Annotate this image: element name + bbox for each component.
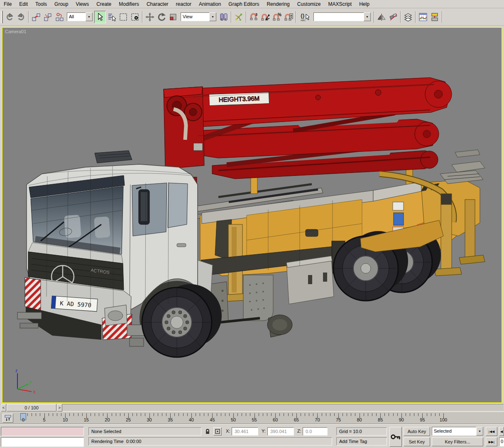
menu-tools[interactable]: Tools <box>32 0 51 8</box>
select-by-name-icon[interactable] <box>106 11 117 23</box>
prompt-line: Rendering Time 0:00:00 <box>88 437 332 446</box>
select-and-manipulate-icon[interactable] <box>233 11 245 23</box>
set-keys-button[interactable] <box>389 427 402 447</box>
toolbar-separator <box>400 11 401 23</box>
menu-help[interactable]: Help <box>355 0 373 8</box>
select-and-move-icon[interactable] <box>144 11 156 23</box>
ruler-minor-ticks <box>23 413 444 416</box>
key-mode-dropdown[interactable]: Selected ▼ <box>432 427 483 436</box>
snap-toggle-3d-icon[interactable]: 3 <box>248 11 259 23</box>
window-crossing-toggle-icon[interactable] <box>129 11 141 23</box>
menu-views[interactable]: Views <box>72 0 93 8</box>
select-and-scale-icon[interactable] <box>167 11 179 23</box>
undo-icon[interactable] <box>4 11 15 23</box>
svg-text:{}: {} <box>301 13 305 19</box>
toolbar-separator <box>28 11 29 23</box>
bind-to-space-warp-icon[interactable] <box>54 11 65 23</box>
status-bar: None Selected X: 30.461 Y: 390.041 Z: 0.… <box>0 424 504 448</box>
named-selection-value <box>313 12 364 21</box>
toolbar-separator <box>142 11 143 23</box>
z-coord-field[interactable]: 0.0 <box>303 427 328 436</box>
menu-reactor[interactable]: reactor <box>172 0 195 8</box>
selection-filter-dropdown[interactable]: All ▼ <box>67 12 93 21</box>
grid-setting: Grid = 10.0 <box>336 427 387 436</box>
edit-named-selection-sets-icon[interactable]: {}ABC <box>298 11 312 23</box>
truck-model[interactable]: HEIGHT3.96M <box>2 28 502 402</box>
menu-maxscript[interactable]: MAXScript <box>324 0 355 8</box>
go-to-start-button[interactable]: |◀◀ <box>486 427 497 436</box>
viewport-zone: Camera01 <box>0 26 504 403</box>
svg-text:3: 3 <box>255 12 257 17</box>
align-icon[interactable] <box>387 11 399 23</box>
track-bar: 0510152025303540455055606570758085909510… <box>0 412 504 424</box>
y-coord-label: Y: <box>262 429 266 433</box>
menu-group[interactable]: Group <box>51 0 72 8</box>
use-pivot-point-center-icon[interactable] <box>218 11 230 23</box>
previous-frame-button[interactable]: ◀ <box>499 427 504 436</box>
menu-edit[interactable]: Edit <box>15 0 32 8</box>
time-slider-prev-button[interactable]: < <box>1 404 6 411</box>
named-selection-dropdown[interactable]: ▼ <box>313 12 371 21</box>
key-mode-value: Selected <box>432 427 476 436</box>
track-bar-ruler[interactable]: 0510152025303540455055606570758085909510… <box>23 412 448 424</box>
toolbar-grip[interactable] <box>1 11 3 23</box>
y-coord-field[interactable]: 390.041 <box>267 427 294 436</box>
chevron-down-icon[interactable]: ▼ <box>476 427 483 436</box>
schematic-view-icon[interactable] <box>429 11 440 23</box>
angle-snap-icon[interactable] <box>259 11 271 23</box>
menu-graph-editors[interactable]: Graph Editors <box>225 0 263 8</box>
spinner-snap-icon[interactable] <box>283 11 294 23</box>
unlink-selection-icon[interactable] <box>42 11 54 23</box>
macro-recorder-pane[interactable] <box>1 427 84 436</box>
key-filters-button[interactable]: Key Filters... <box>432 437 483 446</box>
time-slider-next-button[interactable]: > <box>57 404 62 411</box>
menu-bar: File Edit Tools Group Views Create Modif… <box>0 0 504 8</box>
go-to-end-button[interactable]: ▶▶| <box>486 437 497 446</box>
svg-text:ABC: ABC <box>301 19 306 22</box>
menu-file[interactable]: File <box>0 0 15 8</box>
selection-filter-value: All <box>67 12 86 21</box>
axis-z-label: z <box>15 368 17 373</box>
selection-lock-icon[interactable] <box>204 428 211 436</box>
menu-create[interactable]: Create <box>93 0 115 8</box>
menu-rendering[interactable]: Rendering <box>263 0 293 8</box>
toolbar-separator <box>442 11 443 23</box>
set-key-button[interactable]: Set Key <box>404 437 430 446</box>
x-coord-field[interactable]: 30.461 <box>232 427 258 436</box>
time-slider-track[interactable] <box>0 404 504 411</box>
curve-editor-icon[interactable] <box>417 11 429 23</box>
menu-animation[interactable]: Animation <box>195 0 225 8</box>
time-slider-row: < 0 / 100 > <box>0 403 504 412</box>
chevron-down-icon[interactable]: ▼ <box>86 12 93 21</box>
add-time-tag[interactable]: Add Time Tag <box>336 437 387 446</box>
world-axis-tripod: z x y <box>10 368 39 397</box>
chevron-down-icon[interactable]: ▼ <box>364 12 371 21</box>
menu-modifiers[interactable]: Modifiers <box>115 0 143 8</box>
reference-coordinate-dropdown[interactable]: View ▼ <box>181 12 216 21</box>
axis-x-label: x <box>33 390 35 394</box>
menu-customize[interactable]: Customize <box>294 0 325 8</box>
redo-icon[interactable] <box>15 11 27 23</box>
absolute-offset-mode-icon[interactable] <box>213 427 222 436</box>
toolbar-separator <box>231 11 232 23</box>
rectangular-selection-region-icon[interactable] <box>117 11 129 23</box>
toolbar-separator <box>374 11 374 23</box>
current-frame-field[interactable]: 0 <box>499 437 504 446</box>
time-slider-handle[interactable]: 0 / 100 <box>7 404 56 411</box>
percent-snap-icon[interactable]: % <box>271 11 283 23</box>
axis-y-label: y <box>29 380 32 384</box>
select-and-rotate-icon[interactable] <box>156 11 167 23</box>
select-object-icon[interactable] <box>94 11 106 23</box>
svg-text:%: % <box>278 12 281 17</box>
open-mini-curve-editor-icon[interactable] <box>2 414 13 423</box>
select-and-link-icon[interactable] <box>30 11 42 23</box>
camera-viewport[interactable]: Camera01 <box>2 27 502 403</box>
script-listener-pane[interactable] <box>1 437 84 447</box>
chevron-down-icon[interactable]: ▼ <box>209 12 216 21</box>
boom-height-label: HEIGHT3.96M <box>219 95 260 103</box>
auto-key-button[interactable]: Auto Key <box>404 427 430 436</box>
mirror-icon[interactable] <box>376 11 387 23</box>
menu-character[interactable]: Character <box>143 0 172 8</box>
toolbar-separator <box>296 11 296 23</box>
layer-manager-icon[interactable] <box>402 11 414 23</box>
